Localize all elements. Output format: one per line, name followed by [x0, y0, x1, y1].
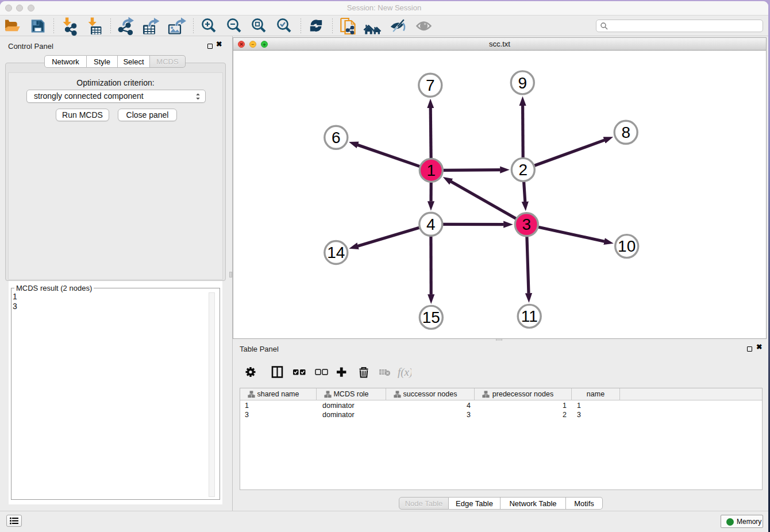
- svg-text:1: 1: [427, 161, 436, 179]
- svg-text:9: 9: [518, 74, 528, 92]
- svg-text:4: 4: [426, 215, 436, 233]
- svg-text:10: 10: [618, 237, 636, 255]
- svg-text:f(x): f(x): [398, 366, 411, 378]
- svg-text:14: 14: [327, 244, 345, 261]
- svg-text:8: 8: [621, 124, 630, 141]
- svg-text:11: 11: [521, 307, 538, 325]
- svg-text:2: 2: [519, 161, 528, 179]
- svg-text:6: 6: [332, 129, 341, 147]
- svg-text:7: 7: [426, 76, 435, 94]
- svg-text:3: 3: [522, 215, 532, 233]
- svg-text:15: 15: [422, 309, 440, 326]
